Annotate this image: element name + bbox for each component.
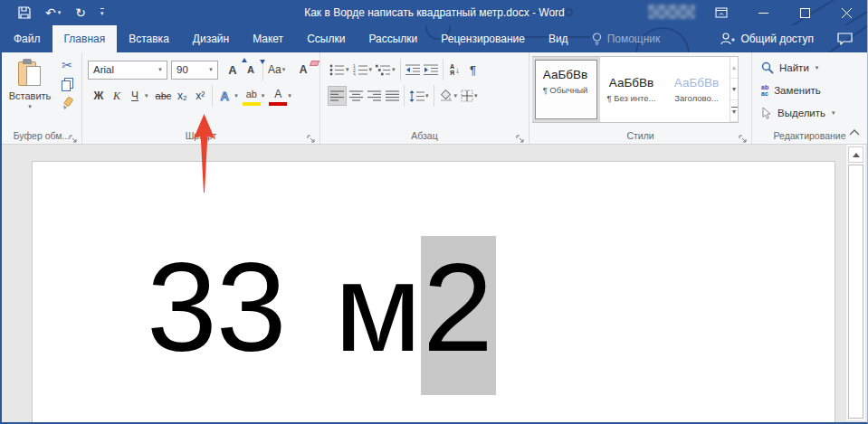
italic-button[interactable]: К [108,86,126,106]
borders-icon [461,90,473,102]
minimize-icon [758,8,768,18]
document-page[interactable]: 33 м2 [32,161,835,422]
clear-formatting-button[interactable]: А [294,60,312,80]
dialog-launcher-icon [739,135,748,144]
vertical-scrollbar[interactable] [845,145,865,420]
tab-assistant[interactable]: Помощник [580,25,672,52]
find-label: Найти [779,62,809,73]
tab-view[interactable]: Вид [537,25,580,52]
style-sample: АаБбВв [674,76,719,90]
blurred-username [648,5,695,19]
tab-layout[interactable]: Макет [241,25,295,52]
paragraph-dialog-launcher[interactable] [516,131,525,140]
scrollbar-thumb[interactable] [848,165,863,419]
subscript-button[interactable]: x₂ [173,86,191,106]
font-dialog-launcher[interactable] [307,131,316,140]
line-spacing-button[interactable]: ▾ [407,86,431,106]
ribbon-display-options-icon [715,7,728,18]
styles-gallery: АаБбВв ¶ Обычный АаБбВв ¶ Без инте... Аа… [532,56,739,123]
strikethrough-button[interactable]: abc [154,86,174,106]
font-size-combobox[interactable]: 90 ▾ [171,61,218,80]
show-marks-button[interactable]: ¶ [464,60,482,80]
align-right-button[interactable] [365,86,383,106]
style-card-heading[interactable]: АаБбВв Заголово... [665,60,728,119]
change-case-button[interactable]: Aa▾ [266,60,287,80]
separator [400,59,401,80]
align-left-button[interactable] [328,86,347,106]
numbering-button[interactable]: 123 ▾ [351,60,375,80]
underline-button[interactable]: Ч [126,86,144,106]
shrink-font-icon: A [247,64,254,75]
styles-dialog-launcher[interactable] [739,131,748,140]
highlight-color-button[interactable]: ab [243,86,261,106]
decrease-indent-button[interactable] [404,60,422,80]
tab-insert[interactable]: Вставка [117,25,181,52]
gallery-scroll-down-button[interactable]: ▼ [730,79,738,100]
shading-button[interactable]: ▾ [437,86,460,106]
chevron-down-icon: ▾ [288,92,291,99]
style-card-no-spacing[interactable]: АаБбВв ¶ Без инте... [600,60,663,119]
copy-button[interactable] [62,78,73,91]
subscript-icon: x₂ [177,90,187,102]
text-effects-button[interactable]: А [215,86,234,106]
eraser-icon [310,61,320,66]
cut-button[interactable]: ✂ [62,58,72,72]
collapse-ribbon-button[interactable] [849,123,860,139]
lightbulb-icon [592,33,602,46]
font-name-combobox[interactable]: Arial ▾ [88,61,167,80]
paragraph-group: ▾ 123 ▾ ▾ АЯ [320,52,529,144]
tab-label: Ссылки [307,33,345,45]
increase-indent-icon [424,64,438,76]
group-label: Абзац [320,130,529,141]
tab-review[interactable]: Рецензирование [429,25,537,52]
shrink-font-button[interactable]: A [242,60,260,80]
grow-font-button[interactable]: A [224,60,242,80]
tab-design[interactable]: Дизайн [181,25,241,52]
justify-button[interactable] [383,86,401,106]
bold-button[interactable]: Ж [90,86,108,106]
find-button[interactable]: Найти ▾ [761,58,835,77]
superscript-button[interactable]: x² [191,86,209,106]
close-button[interactable] [825,0,867,25]
style-sample: АаБбВв [543,68,587,81]
ribbon-display-options-button[interactable] [701,0,742,25]
tab-references[interactable]: Ссылки [295,25,357,52]
font-color-button[interactable]: А [269,86,287,106]
select-button[interactable]: Выделить ▾ [761,103,835,122]
format-painter-button[interactable] [61,97,74,114]
down-triangle-icon [260,60,265,64]
bullets-button[interactable]: ▾ [328,60,351,80]
share-button[interactable]: Общий доступ [709,25,825,52]
scroll-up-button[interactable] [848,146,863,163]
borders-button[interactable]: ▾ [459,86,480,106]
underline-dropdown[interactable]: ▾ [145,92,148,99]
replace-button[interactable]: abac Заменить [761,80,835,99]
tab-label: Файл [14,33,41,45]
clipboard-dialog-launcher[interactable] [69,131,78,140]
gallery-more-button[interactable]: ▼ [730,100,738,122]
chevron-down-icon: ▾ [816,64,819,71]
chevron-down-icon: ▾ [282,66,286,73]
gallery-more-icon [731,107,738,108]
increase-indent-button[interactable] [422,60,440,80]
style-name: ¶ Без инте... [606,93,655,103]
tab-spacer [672,25,709,52]
sort-button[interactable]: АЯ ↓ [446,60,464,80]
style-card-normal[interactable]: АаБбВв ¶ Обычный [535,60,597,119]
align-center-button[interactable] [347,86,365,106]
styles-gallery-scroll: ▲ ▼ ▼ [730,57,738,122]
gallery-scroll-up-button[interactable]: ▲ [730,57,738,79]
justify-icon [386,90,399,102]
tab-home[interactable]: Главная [52,25,118,52]
paste-button[interactable]: Вставить ▾ [5,57,54,126]
italic-icon: К [113,90,120,103]
clipboard-small-buttons: ✂ [54,58,80,114]
comments-button[interactable] [825,25,867,52]
paste-label: Вставить [9,90,52,101]
paste-clipboard-icon [18,59,42,88]
maximize-button[interactable] [784,0,825,25]
tab-file[interactable]: Файл [2,25,52,52]
multilevel-list-button[interactable]: ▾ [374,60,397,80]
tab-mailings[interactable]: Рассылки [357,25,429,52]
minimize-button[interactable] [742,0,784,25]
